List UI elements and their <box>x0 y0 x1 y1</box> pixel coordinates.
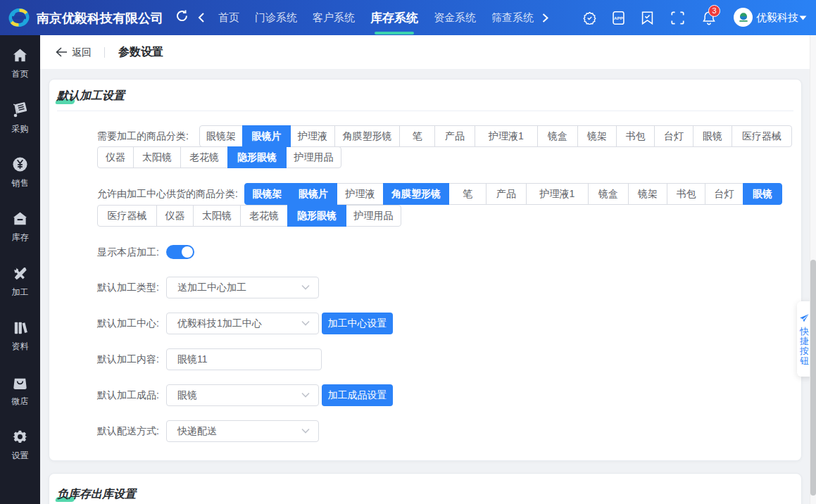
svg-text:APP: APP <box>614 15 623 20</box>
